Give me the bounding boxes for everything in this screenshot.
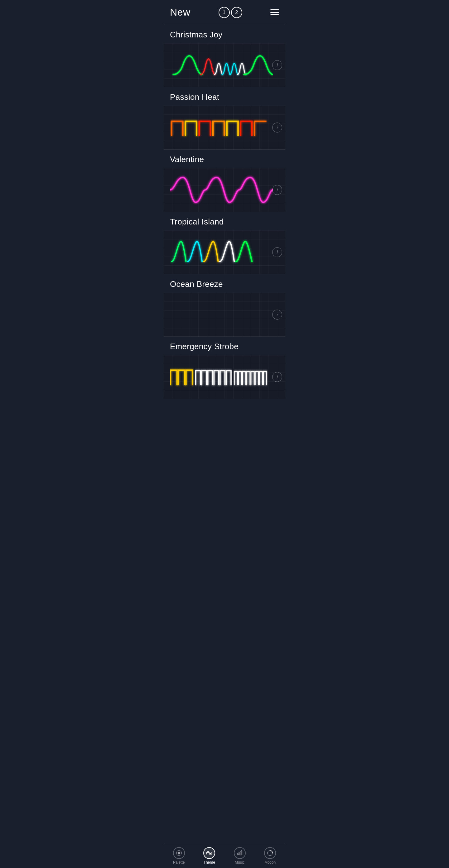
- nav-item-theme[interactable]: Theme: [194, 847, 225, 865]
- preset-wave-emergency-strobe: i: [164, 355, 285, 399]
- theme-icon: [203, 847, 215, 859]
- preset-wave-valentine: i: [164, 168, 285, 212]
- preset-christmas-joy[interactable]: Christmas Joy: [164, 25, 285, 87]
- preset-tropical-island[interactable]: Tropical Island: [164, 212, 285, 274]
- info-button-valentine[interactable]: i: [272, 185, 282, 195]
- wave-svg-tropical-island: [170, 237, 273, 268]
- wave-svg-christmas-joy: [170, 50, 273, 81]
- nav-item-music[interactable]: Music: [224, 847, 255, 865]
- hamburger-line-1: [270, 9, 279, 10]
- info-button-christmas-joy[interactable]: i: [272, 60, 282, 70]
- hamburger-line-2: [270, 12, 279, 13]
- preset-title: Emergency Strobe: [164, 342, 285, 355]
- bottom-navigation: Palette Theme Music: [164, 843, 285, 868]
- preset-wave-ocean-breeze: i: [164, 293, 285, 336]
- preset-title: Tropical Island: [164, 217, 285, 230]
- music-icon: [234, 847, 246, 859]
- preset-wave-passion-heat: i: [164, 106, 285, 149]
- page-title: New: [170, 6, 190, 18]
- motion-icon: [264, 847, 276, 859]
- preset-title: Valentine: [164, 155, 285, 168]
- nav-label-motion: Motion: [264, 860, 276, 865]
- wave-svg-passion-heat: [170, 112, 273, 143]
- hamburger-line-3: [270, 14, 279, 15]
- preset-wave-tropical-island: i: [164, 230, 285, 274]
- svg-point-5: [179, 854, 180, 854]
- preset-wave-christmas-joy: i: [164, 43, 285, 87]
- header: New 1 2: [164, 0, 285, 25]
- nav-item-motion[interactable]: Motion: [255, 847, 286, 865]
- nav-item-palette[interactable]: Palette: [164, 847, 194, 865]
- svg-rect-7: [237, 854, 238, 855]
- svg-point-2: [178, 852, 179, 853]
- step-indicator: 1 2: [218, 7, 242, 18]
- svg-point-4: [178, 854, 179, 854]
- preset-ocean-breeze[interactable]: Ocean Breeze i: [164, 274, 285, 337]
- nav-label-music: Music: [235, 860, 244, 865]
- nav-label-theme: Theme: [204, 860, 215, 865]
- wave-svg-ocean-breeze: [170, 299, 273, 330]
- svg-rect-9: [240, 851, 241, 855]
- svg-rect-10: [241, 850, 242, 855]
- info-button-emergency-strobe[interactable]: i: [272, 372, 282, 382]
- nav-label-palette: Palette: [173, 860, 185, 865]
- svg-point-3: [179, 852, 180, 853]
- info-button-ocean-breeze[interactable]: i: [272, 310, 282, 319]
- preset-list: Christmas Joy: [164, 25, 285, 424]
- preset-emergency-strobe[interactable]: Emergency Strobe: [164, 337, 285, 399]
- menu-button[interactable]: [270, 9, 279, 15]
- step-1[interactable]: 1: [218, 7, 230, 18]
- svg-point-6: [179, 852, 180, 854]
- info-button-tropical-island[interactable]: i: [272, 247, 282, 257]
- wave-svg-emergency-strobe: [170, 361, 273, 393]
- preset-title: Passion Heat: [164, 92, 285, 106]
- info-button-passion-heat[interactable]: i: [272, 123, 282, 132]
- preset-passion-heat[interactable]: Passion Heat: [164, 87, 285, 150]
- svg-rect-8: [239, 852, 239, 855]
- wave-svg-valentine: [170, 174, 273, 206]
- palette-icon: [173, 847, 185, 859]
- step-2[interactable]: 2: [231, 7, 242, 18]
- preset-valentine[interactable]: Valentine i: [164, 150, 285, 212]
- preset-title: Ocean Breeze: [164, 279, 285, 293]
- preset-title: Christmas Joy: [164, 30, 285, 43]
